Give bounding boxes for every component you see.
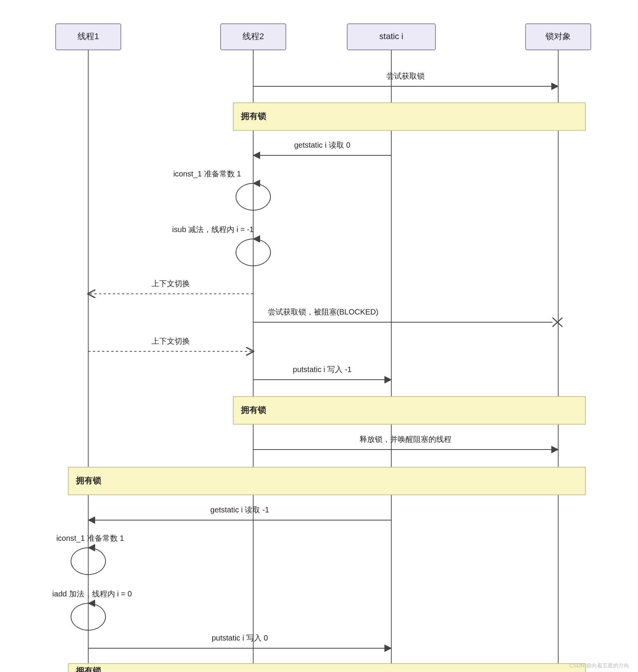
- message-label: iconst_1 准备常数 1: [56, 534, 124, 543]
- svg-rect-7: [233, 397, 585, 424]
- participant-static-i: static i: [347, 24, 435, 50]
- fragment-label: 拥有锁: [241, 111, 266, 121]
- participant-label: static i: [379, 31, 403, 41]
- sequence-diagram: 线程1 线程2 static i 锁对象 尝试获取锁 拥有锁 getstatic…: [0, 0, 638, 672]
- x-head-icon: [552, 318, 562, 327]
- fragment-label: 拥有锁: [76, 666, 101, 672]
- message-label: iadd 加法，线程内 i = 0: [52, 590, 132, 598]
- message-label: 释放锁，并唤醒阻塞的线程: [359, 435, 452, 443]
- participant-label: 线程2: [242, 31, 264, 41]
- fragment-label: 拥有锁: [76, 476, 101, 485]
- svg-rect-4: [233, 103, 585, 130]
- message-label: putstatic i 写入 0: [212, 634, 268, 642]
- fragment-label: 拥有锁: [241, 405, 266, 415]
- message-label: isub 减法，线程内 i = -1: [172, 225, 254, 234]
- message-label: getstatic i 读取 0: [294, 141, 351, 149]
- fragment-owns-lock-4: 拥有锁: [68, 664, 585, 672]
- participant-lock: 锁对象: [526, 24, 591, 50]
- message-label: getstatic i 读取 -1: [210, 506, 269, 514]
- message-label: 上下文切换: [152, 337, 190, 345]
- fragment-owns-lock-3: 拥有锁: [68, 467, 585, 495]
- message-label: 上下文切换: [152, 279, 190, 288]
- participant-thread1: 线程1: [56, 24, 121, 50]
- watermark-text: CSDN @向着五星的方向: [569, 662, 629, 669]
- message-label: 尝试获取锁: [386, 72, 425, 80]
- message-label: putstatic i 写入 -1: [293, 365, 351, 374]
- message-label: iconst_1 准备常数 1: [173, 170, 241, 178]
- svg-rect-9: [68, 664, 585, 672]
- fragment-owns-lock-1: 拥有锁: [233, 103, 585, 130]
- participant-label: 线程1: [77, 31, 99, 41]
- message-label: 尝试获取锁，被阻塞(BLOCKED): [268, 308, 379, 316]
- participant-thread2: 线程2: [221, 24, 286, 50]
- svg-rect-8: [68, 467, 585, 495]
- participant-label: 锁对象: [545, 31, 571, 41]
- fragment-owns-lock-2: 拥有锁: [233, 397, 585, 424]
